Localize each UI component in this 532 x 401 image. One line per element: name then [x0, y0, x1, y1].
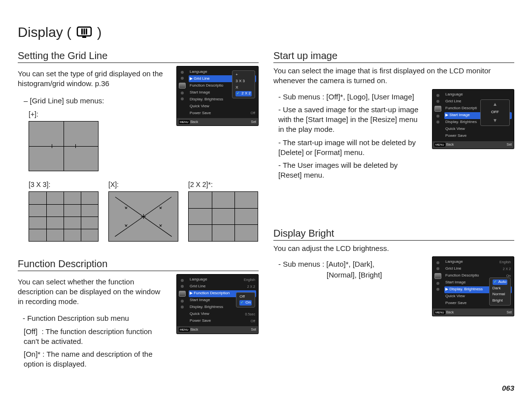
- svg-rect-3: [86, 29, 87, 34]
- cam-back: Back: [446, 143, 454, 146]
- cam-menu-row: Quick View0.5sec: [189, 311, 256, 318]
- cam-menu-row: Power SaveOff: [189, 318, 256, 325]
- func-intro: You can select whether the function desc…: [18, 277, 167, 307]
- cam-set: Set: [251, 120, 256, 124]
- cam-submenu-option: ✓2 X 2: [235, 91, 252, 96]
- startup-off-label: OFF: [491, 110, 499, 115]
- cam-menu-row: Language: [444, 92, 512, 98]
- cam-menu-row: LanguageEnglish: [444, 259, 512, 266]
- cam-submenu-option: ✓Auto: [493, 279, 507, 285]
- camera-screenshot-startup: LanguageGrid LineFunction Descripti▶ Sta…: [432, 89, 514, 149]
- cam-menu-row: LanguageEnglish: [189, 277, 256, 283]
- grid-item-2x2-label: [2 X 2]*:: [188, 180, 213, 189]
- section-display-bright: Display Bright You can adjust the LCD br…: [273, 228, 514, 316]
- cam-menu-row: Quick View: [444, 126, 512, 133]
- camera-screenshot-funcdesc: LanguageEnglishGrid Line2 X 2▶ Function …: [176, 274, 259, 334]
- camera-screenshot-bright: LanguageEnglishGrid Line2 X 2Function De…: [432, 256, 514, 316]
- cam-submenu-option: X: [235, 85, 252, 91]
- startup-bullet-0: - Sub menus : [Off]*, [Logo], [User Imag…: [278, 92, 423, 102]
- bright-sub1: - Sub menus : [Auto]*, [Dark],: [278, 259, 423, 269]
- cam-menu-row: Quick View: [189, 103, 256, 110]
- section-function-description: Function Description You can select whet…: [18, 258, 259, 372]
- title-text: Display (: [18, 25, 71, 40]
- cam-submenu-option: Dark: [493, 286, 507, 291]
- heading-grid-line: Setting the Grid Line: [18, 50, 259, 63]
- manual-page: Display ( ) Setting the Grid Line You c: [0, 0, 532, 401]
- cam-back: Back: [191, 328, 199, 331]
- grid-item-3x3-label: [3 X 3]:: [29, 180, 50, 189]
- svg-rect-2: [83, 29, 85, 34]
- cam-menu-row: Grid Line2 X 2: [444, 266, 512, 273]
- page-title: Display ( ): [18, 25, 514, 40]
- title-suffix: ): [97, 25, 101, 40]
- heading-startup: Start up image: [273, 50, 514, 63]
- cam-submenu-option: Normal: [493, 292, 507, 297]
- grid-thumb-plus: [29, 121, 99, 171]
- cam-menu-row: Power Save: [444, 133, 512, 140]
- grid-thumb-x: [108, 191, 178, 242]
- two-column-layout: Setting the Grid Line You can set the ty…: [18, 50, 514, 386]
- section-grid-line: Setting the Grid Line You can set the ty…: [18, 50, 259, 242]
- cam-submenu-option: Bright: [493, 298, 507, 304]
- grid-thumb-2x2: [188, 191, 258, 242]
- func-sub-label: - Function Description sub menu: [23, 313, 167, 323]
- startup-bullet-2: - The start-up image will not be deleted…: [278, 138, 423, 158]
- right-column: Start up image You can select the image …: [273, 50, 514, 386]
- cam-submenu-option: +: [235, 72, 252, 78]
- cam-back: Back: [446, 310, 454, 314]
- bright-sub2: [Normal], [Bright]: [327, 270, 423, 280]
- cam-submenu-option: ✓On: [239, 300, 252, 306]
- svg-rect-4: [82, 36, 86, 38]
- grid-item-plus-label: [+]:: [29, 110, 167, 119]
- bright-intro: You can adjust the LCD brightness.: [273, 244, 514, 253]
- func-off: [Off] : The function description functio…: [24, 327, 167, 347]
- camera-screenshot-gridline: LanguageEnglish▶ Grid LineFunction Descr…: [176, 66, 259, 126]
- startup-bullet-1: - Use a saved image for the start-up ima…: [278, 105, 423, 135]
- grid-intro: You can set the type of grid displayed o…: [18, 69, 167, 89]
- cam-menu-row: Power SaveOff: [189, 110, 256, 117]
- heading-func-desc: Function Description: [18, 258, 259, 271]
- cam-menu-row: Grid Line2 X 2: [189, 283, 256, 290]
- left-column: Setting the Grid Line You can set the ty…: [18, 50, 259, 386]
- startup-bullet-3: - The User images will be deleted by [Re…: [278, 160, 423, 181]
- cam-set: Set: [506, 310, 512, 314]
- grid-thumb-3x3: [29, 191, 99, 242]
- page-number: 063: [502, 384, 514, 392]
- section-startup-image: Start up image You can select the image …: [273, 50, 514, 184]
- svg-rect-1: [81, 29, 83, 34]
- display-icon: [76, 26, 92, 39]
- heading-display-bright: Display Bright: [273, 228, 514, 241]
- grid-item-x-label: [X]:: [108, 180, 119, 189]
- cam-set: Set: [506, 142, 512, 147]
- cam-set: Set: [251, 327, 256, 332]
- cam-back: Back: [191, 120, 199, 123]
- grid-submenu-label: – [Grid Line] sub menus:: [24, 96, 167, 106]
- cam-submenu-option: 3 X 3: [235, 79, 252, 84]
- func-on: [On]* : The name and description of the …: [24, 349, 167, 370]
- startup-intro: You can select the image that is first d…: [273, 66, 514, 86]
- cam-submenu-option: Off: [239, 294, 252, 300]
